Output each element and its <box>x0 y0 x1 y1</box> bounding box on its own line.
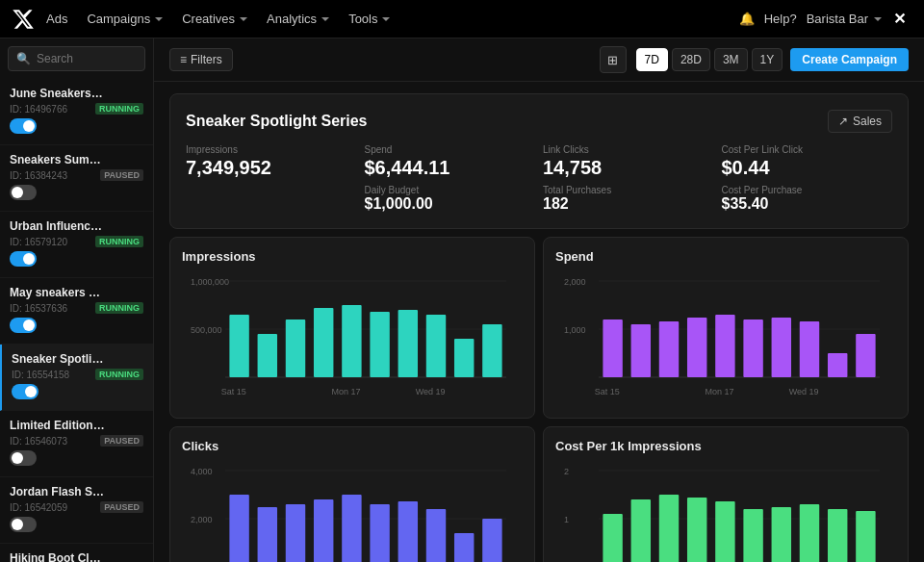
campaign-list: June Sneakers Sale ID: 16496766 RUNNING … <box>0 79 153 562</box>
account-name: Barista Bar <box>807 12 868 26</box>
search-input[interactable] <box>37 52 137 65</box>
stat-label: Impressions <box>186 144 357 155</box>
campaign-name: May sneakers sale <box>10 286 106 299</box>
campaign-item[interactable]: Sneakers Summer ... ID: 16384243 PAUSED <box>0 145 153 212</box>
chart-area: 2,000 1,000 Sat 15Mon 17Wed 19 <box>555 271 896 406</box>
campaign-title: Sneaker Spotlight Series <box>186 113 368 130</box>
campaign-item[interactable]: May sneakers sale ID: 16537636 RUNNING <box>0 278 153 345</box>
toggle-container <box>10 185 143 203</box>
toggle-container <box>10 318 143 336</box>
svg-rect-66 <box>800 504 819 562</box>
campaign-name: Sneaker Spotlight... <box>12 352 108 366</box>
svg-rect-41 <box>229 495 248 562</box>
account-menu[interactable]: Barista Bar <box>807 12 882 26</box>
svg-text:Mon 17: Mon 17 <box>332 387 361 396</box>
svg-rect-59 <box>603 514 622 562</box>
campaign-meta: ID: 16537636 RUNNING <box>10 302 143 314</box>
help-link[interactable]: Help? <box>764 12 797 26</box>
sales-button[interactable]: ↗ Sales <box>828 110 892 133</box>
svg-rect-60 <box>631 499 651 562</box>
campaign-item[interactable]: Sneaker Spotlight... ID: 16554158 RUNNIN… <box>0 345 153 411</box>
chart-svg: 4,000 2,000 Sat 15Mon 17Wed 19 <box>182 461 523 562</box>
svg-rect-47 <box>398 501 418 562</box>
svg-rect-42 <box>258 507 277 562</box>
nav-tools[interactable]: Tools <box>341 8 398 30</box>
svg-text:Wed 19: Wed 19 <box>789 387 819 396</box>
filter-icon: ≡ <box>180 53 187 66</box>
svg-rect-12 <box>426 315 446 377</box>
svg-rect-29 <box>772 318 791 377</box>
stat-label: Cost Per Link Click <box>722 144 893 155</box>
stat-item: Spend $6,444.11 Daily Budget$1,000.00 <box>365 144 536 213</box>
campaign-toggle[interactable] <box>10 118 37 134</box>
toggle-container <box>10 118 143 137</box>
svg-rect-46 <box>370 504 389 562</box>
svg-rect-68 <box>856 511 875 562</box>
chart-svg: 2,000 1,000 Sat 15Mon 17Wed 19 <box>555 271 896 396</box>
campaign-item[interactable]: Jordan Flash Sale ID: 16542059 PAUSED <box>0 477 153 544</box>
svg-rect-26 <box>687 318 706 377</box>
svg-rect-65 <box>772 507 791 562</box>
campaign-toggle[interactable] <box>10 450 37 466</box>
chart-card: Spend 2,000 1,000 Sat 15Mon 17Wed 19 <box>543 237 909 419</box>
create-campaign-button[interactable]: Create Campaign <box>790 48 909 71</box>
campaign-item[interactable]: Hiking Boot Cleara... ID: 16523049 PAUSE… <box>0 544 153 562</box>
stat-subvalue: $1,000.00 <box>365 195 536 213</box>
chart-svg: 1,000,000 500,000 Sat 15Mon 17Wed 19 <box>182 271 523 396</box>
svg-rect-10 <box>370 312 389 377</box>
chart-area: 4,000 2,000 Sat 15Mon 17Wed 19 <box>182 461 523 562</box>
campaign-meta: ID: 16496766 RUNNING <box>10 103 143 115</box>
time-range-button-3m[interactable]: 3M <box>714 48 748 71</box>
svg-rect-9 <box>342 305 361 377</box>
brand-label: Ads <box>38 8 75 30</box>
stat-value: 7,349,952 <box>186 157 357 179</box>
chart-card: Cost Per 1k Impressions 2 1 Sat 15Mon 17… <box>543 426 909 562</box>
stat-sublabel: Daily Budget <box>365 185 536 195</box>
search-bar[interactable]: 🔍 <box>8 46 145 71</box>
time-range-button-1y[interactable]: 1Y <box>752 48 783 71</box>
time-range-button-7d[interactable]: 7D <box>636 48 668 71</box>
svg-rect-13 <box>454 339 474 377</box>
campaign-toggle[interactable] <box>10 185 37 200</box>
campaign-name: Jordan Flash Sale <box>10 485 106 498</box>
nav-analytics[interactable]: Analytics <box>259 8 337 30</box>
campaign-id: ID: 16554158 <box>12 370 69 380</box>
campaign-toggle[interactable] <box>12 384 38 399</box>
stat-label: Spend <box>365 144 536 155</box>
svg-rect-67 <box>828 509 847 562</box>
table-view-button[interactable]: ⊞ <box>600 46 627 73</box>
campaign-toggle[interactable] <box>10 251 37 267</box>
campaign-item[interactable]: Limited Edition Lau... ID: 16546073 PAUS… <box>0 411 153 477</box>
stat-subvalue: 182 <box>543 195 714 213</box>
campaign-toggle[interactable] <box>10 318 37 333</box>
svg-rect-30 <box>800 321 819 377</box>
chart-card: Clicks 4,000 2,000 Sat 15Mon 17Wed 19 <box>169 426 535 562</box>
svg-rect-7 <box>286 319 305 377</box>
campaign-toggle[interactable] <box>10 517 37 532</box>
nav-creatives[interactable]: Creatives <box>174 8 255 30</box>
svg-text:1,000,000: 1,000,000 <box>191 277 229 287</box>
stats-card: Sneaker Spotlight Series ↗ Sales Impress… <box>169 93 909 229</box>
svg-rect-63 <box>715 501 734 562</box>
status-badge: RUNNING <box>95 103 143 115</box>
stats-grid: Impressions 7,349,952 Spend $6,444.11 Da… <box>186 144 892 213</box>
time-range-button-28d[interactable]: 28D <box>672 48 710 71</box>
filters-button[interactable]: ≡ Filters <box>169 48 233 71</box>
svg-rect-64 <box>743 509 762 562</box>
campaign-id: ID: 16496766 <box>10 104 67 115</box>
status-badge: RUNNING <box>95 369 143 380</box>
chart-title: Clicks <box>182 439 523 453</box>
notifications-icon[interactable]: 🔔 <box>733 6 760 33</box>
campaign-name: June Sneakers Sale <box>10 87 106 100</box>
nav-campaigns[interactable]: Campaigns <box>79 8 170 30</box>
campaign-item[interactable]: June Sneakers Sale ID: 16496766 RUNNING <box>0 79 153 145</box>
search-icon: 🔍 <box>16 52 31 65</box>
campaign-id: ID: 16537636 <box>10 303 67 314</box>
status-badge: RUNNING <box>95 236 143 247</box>
campaign-name: Sneakers Summer ... <box>10 153 106 166</box>
campaign-name: Hiking Boot Cleara... <box>10 551 106 562</box>
x-close-icon[interactable]: ✕ <box>886 6 912 33</box>
svg-text:2,000: 2,000 <box>191 515 213 524</box>
campaign-item[interactable]: Urban Influencer ... ID: 16579120 RUNNIN… <box>0 212 153 278</box>
campaign-id: ID: 16384243 <box>10 170 67 181</box>
